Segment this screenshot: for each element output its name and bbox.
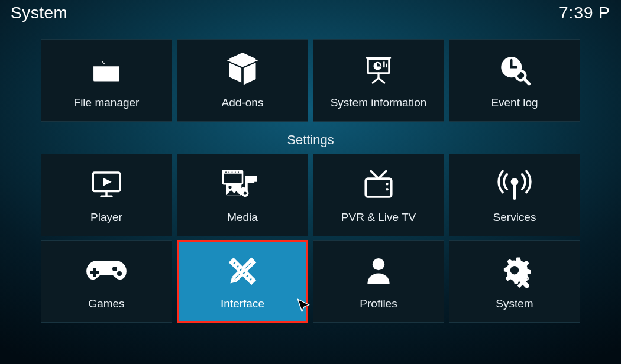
box-open-icon — [224, 51, 261, 89]
tile-player[interactable]: Player — [41, 154, 172, 236]
clock-search-icon — [496, 51, 533, 89]
tile-system[interactable]: System — [449, 240, 580, 323]
tile-row-2: Player Media — [41, 154, 580, 236]
folder-icon — [87, 51, 126, 89]
tile-label: Add-ons — [222, 96, 264, 109]
tile-services[interactable]: Services — [449, 154, 580, 236]
svg-point-25 — [112, 266, 117, 271]
monitor-play-icon — [87, 166, 126, 204]
tile-pvr-live-tv[interactable]: PVR & Live TV — [313, 154, 444, 236]
tile-games[interactable]: Games — [41, 240, 172, 323]
svg-point-11 — [228, 171, 229, 173]
tile-label: Player — [90, 211, 122, 224]
tile-label: Event log — [491, 96, 538, 109]
svg-point-20 — [386, 183, 389, 186]
svg-rect-24 — [90, 271, 99, 274]
section-heading: Settings — [287, 132, 334, 148]
presentation-icon — [363, 51, 394, 89]
tile-label: System information — [331, 96, 427, 109]
user-icon — [363, 252, 394, 290]
svg-rect-2 — [383, 61, 384, 67]
page-title: System — [11, 4, 67, 22]
svg-rect-3 — [386, 64, 387, 68]
settings-grid: File manager Add-ons System information … — [0, 39, 621, 323]
media-collection-icon — [221, 166, 264, 204]
tile-add-ons[interactable]: Add-ons — [177, 39, 308, 122]
tile-interface[interactable]: Interface — [177, 240, 308, 323]
tile-label: Interface — [221, 297, 264, 310]
top-bar: System 7:39 P — [0, 4, 621, 22]
tv-antenna-icon — [360, 166, 397, 204]
svg-point-18 — [244, 191, 247, 194]
tile-profiles[interactable]: Profiles — [313, 240, 444, 323]
tile-media[interactable]: Media — [177, 154, 308, 236]
broadcast-icon — [497, 166, 532, 204]
tile-label: Media — [227, 211, 258, 224]
svg-rect-19 — [366, 178, 392, 197]
tile-label: File manager — [74, 96, 140, 109]
svg-point-37 — [373, 258, 384, 270]
svg-point-14 — [238, 171, 239, 173]
tile-label: Profiles — [360, 297, 397, 310]
svg-point-21 — [386, 188, 389, 191]
tile-label: Games — [88, 297, 124, 310]
svg-point-40 — [518, 274, 523, 280]
clock: 7:39 P — [559, 4, 610, 22]
tile-label: Services — [493, 211, 536, 224]
tile-file-manager[interactable]: File manager — [41, 39, 172, 122]
svg-rect-4 — [366, 57, 391, 58]
pencil-ruler-icon — [224, 252, 261, 290]
tile-label: PVR & Live TV — [341, 211, 416, 224]
gamepad-icon — [85, 252, 128, 290]
svg-point-13 — [235, 171, 236, 173]
svg-point-38 — [510, 266, 519, 275]
tile-label: System — [496, 297, 533, 310]
svg-point-16 — [228, 186, 231, 188]
gear-wrench-icon — [497, 252, 532, 290]
svg-point-12 — [232, 171, 233, 173]
tile-system-information[interactable]: System information — [313, 39, 444, 122]
svg-point-10 — [225, 171, 227, 173]
tile-event-log[interactable]: Event log — [449, 39, 580, 122]
tile-row-1: File manager Add-ons System information … — [41, 39, 580, 122]
svg-point-26 — [117, 271, 122, 276]
tile-row-3: Games — [41, 240, 580, 323]
